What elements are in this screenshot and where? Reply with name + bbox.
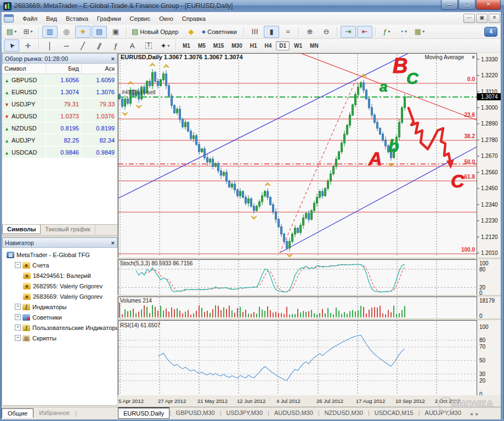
- new-chart-button[interactable]: ▤▾: [4, 26, 19, 38]
- menu-1[interactable]: Вид: [42, 13, 61, 24]
- tree-expander-icon[interactable]: +: [15, 314, 21, 320]
- mw-tab-0[interactable]: Символы: [2, 225, 41, 234]
- timeframe-M1[interactable]: M1: [179, 41, 194, 50]
- chart-tab-4[interactable]: NZDUSD,M30: [320, 408, 368, 418]
- arrows-tool[interactable]: ✦▾: [157, 39, 173, 52]
- chart-tab-6[interactable]: AUDJPY,M30: [420, 408, 466, 418]
- mw-col-0[interactable]: Символ: [2, 64, 46, 74]
- market-watch-row[interactable]: ▼AUDUSD1.03731.0376: [2, 110, 117, 122]
- mw-col-1[interactable]: Бид: [46, 64, 82, 74]
- tree-item[interactable]: ☻2683669: Valeriy Grigorev: [4, 291, 117, 301]
- navigator-toggle[interactable]: ★: [75, 26, 90, 38]
- chart-tab-0[interactable]: EURUSD,Daily: [118, 407, 169, 419]
- timeframe-M5[interactable]: M5: [195, 41, 209, 50]
- drawn-letter[interactable]: B: [393, 54, 407, 77]
- periods-button[interactable]: ◔▾: [395, 26, 411, 38]
- market-watch-toggle[interactable]: ▥: [42, 26, 58, 38]
- market-watch-row[interactable]: ▲AUDJPY82.2582.34: [2, 134, 117, 146]
- market-watch-row[interactable]: ▼USDJPY79.3179.33: [2, 98, 117, 110]
- menu-3[interactable]: Графики: [93, 13, 126, 24]
- mw-tab-1[interactable]: Тиковый график: [41, 225, 95, 234]
- tree-expander-icon[interactable]: +: [15, 304, 21, 310]
- timeframe-D1[interactable]: D1: [276, 41, 290, 50]
- text-tool[interactable]: A: [124, 39, 140, 52]
- templates-button[interactable]: ▦▾: [412, 26, 427, 38]
- menu-0[interactable]: Файл: [18, 13, 42, 24]
- vline-tool[interactable]: │: [42, 39, 58, 52]
- timeframe-M30[interactable]: M30: [228, 41, 245, 50]
- tree-expander-icon[interactable]: +: [15, 325, 21, 331]
- tree-item[interactable]: −☻Счета: [4, 260, 117, 270]
- zoom-in-button[interactable]: ⊕: [302, 26, 318, 38]
- market-watch-row[interactable]: ▲NZDUSD0.81950.8199: [2, 122, 117, 134]
- zoom-out-button[interactable]: ⊖: [319, 26, 334, 38]
- mdi-restore-button[interactable]: ▣: [476, 14, 488, 23]
- channel-tool[interactable]: ∥: [92, 39, 107, 52]
- timeframe-W1[interactable]: W1: [291, 41, 305, 50]
- market-watch-row[interactable]: ▲USDCAD0.98460.9849: [2, 146, 117, 158]
- market-watch-row[interactable]: ▲GBPUSD1.60561.6059: [2, 74, 117, 86]
- indicators-button[interactable]: ƒ▾: [379, 26, 394, 38]
- minimize-button[interactable]: —: [441, 0, 458, 10]
- new-order-button[interactable]: ▤Новый Ордер: [130, 26, 182, 38]
- tab-scroll-arrows[interactable]: ◄►: [469, 412, 481, 417]
- menu-2[interactable]: Вставка: [61, 13, 93, 24]
- tree-expander-icon[interactable]: +: [15, 335, 21, 341]
- tree-item[interactable]: ☻184294561: Валерий: [4, 270, 117, 281]
- crosshair-tool[interactable]: ✛: [20, 39, 36, 52]
- drawn-letter[interactable]: b: [388, 136, 399, 156]
- menu-4[interactable]: Сервис: [126, 13, 155, 24]
- chart-shift-toggle[interactable]: ⇤: [357, 26, 372, 38]
- bar-chart-button[interactable]: ☰: [247, 26, 263, 38]
- timeframe-H1[interactable]: H1: [247, 41, 261, 50]
- profiles-button[interactable]: ⊞▾: [20, 26, 36, 38]
- tree-item[interactable]: +▤Скрипты: [4, 333, 117, 343]
- chart-tab-1[interactable]: GBPUSD,M30: [171, 408, 220, 418]
- chart-area[interactable]: BCabAC0.023.638.250.061.8100.0EURUSD,Dai…: [118, 53, 504, 407]
- strategy-tester-button[interactable]: ▣: [108, 26, 123, 38]
- tree-item[interactable]: +ƒПользовательские Индикаторы: [4, 322, 117, 333]
- market-watch-row[interactable]: ▲EURUSD1.30741.3076: [2, 86, 117, 98]
- chat-notification-icon[interactable]: 4: [484, 27, 497, 37]
- metaeditor-button[interactable]: ◆: [183, 26, 199, 38]
- hline-tool[interactable]: ─: [59, 39, 74, 52]
- timeframe-MN[interactable]: MN: [307, 41, 322, 50]
- chart-tab-2[interactable]: USDJPY,M30: [222, 408, 268, 418]
- line-chart-button[interactable]: ≈: [280, 26, 296, 38]
- drawn-letter[interactable]: C: [451, 170, 465, 191]
- menu-5[interactable]: Окно: [155, 13, 178, 24]
- timeframe-M15[interactable]: M15: [210, 41, 227, 50]
- cursor-tool[interactable]: ➤: [4, 39, 19, 52]
- label-tool[interactable]: T: [141, 39, 156, 52]
- timeframe-H4[interactable]: H4: [262, 41, 275, 50]
- drawn-letter[interactable]: a: [380, 78, 387, 95]
- mdi-close-button[interactable]: ✕: [489, 14, 500, 23]
- tree-item[interactable]: ▦MetaTrader - E-Global TFG: [4, 249, 117, 260]
- close-button[interactable]: ✕: [476, 0, 501, 10]
- fibo-tool[interactable]: ƒ: [108, 39, 123, 52]
- terminal-tab-0[interactable]: Общие: [2, 408, 33, 418]
- mw-col-2[interactable]: Аск: [82, 64, 117, 74]
- data-window-toggle[interactable]: ◎: [59, 26, 74, 38]
- drawn-letter[interactable]: A: [368, 148, 382, 169]
- mdi-minimize-button[interactable]: —: [463, 14, 475, 23]
- advisors-button[interactable]: ●Советники: [200, 26, 241, 38]
- candle-chart-button[interactable]: ▮: [264, 26, 279, 38]
- tree-expander-icon[interactable]: −: [15, 262, 21, 268]
- tree-item[interactable]: +Советники: [4, 312, 117, 322]
- tree-item[interactable]: +ƒИндикаторы: [4, 301, 117, 312]
- menu-6[interactable]: Справка: [178, 13, 210, 24]
- drawn-letter[interactable]: C: [406, 69, 419, 87]
- navigator-close-icon[interactable]: ×: [111, 240, 115, 246]
- chart-tab-3[interactable]: AUDUSD,M30: [269, 408, 318, 418]
- terminal-tab-1[interactable]: Избранное: [33, 408, 75, 417]
- market-watch-close-icon[interactable]: ×: [111, 55, 115, 62]
- auto-scroll-toggle[interactable]: ⇥: [341, 26, 356, 38]
- indicator-close-icon[interactable]: ×: [472, 54, 475, 60]
- maximize-button[interactable]: ▢: [458, 0, 475, 10]
- chart-tab-5[interactable]: USDCAD,M15: [370, 408, 418, 418]
- trendline-tool[interactable]: ╱: [75, 39, 90, 52]
- terminal-toggle[interactable]: ▤: [92, 26, 107, 38]
- tree-item[interactable]: ☻2682955: Valeriy Grigorev: [4, 281, 117, 291]
- chart-canvas[interactable]: BCabAC0.023.638.250.061.8100.0EURUSD,Dai…: [118, 53, 504, 407]
